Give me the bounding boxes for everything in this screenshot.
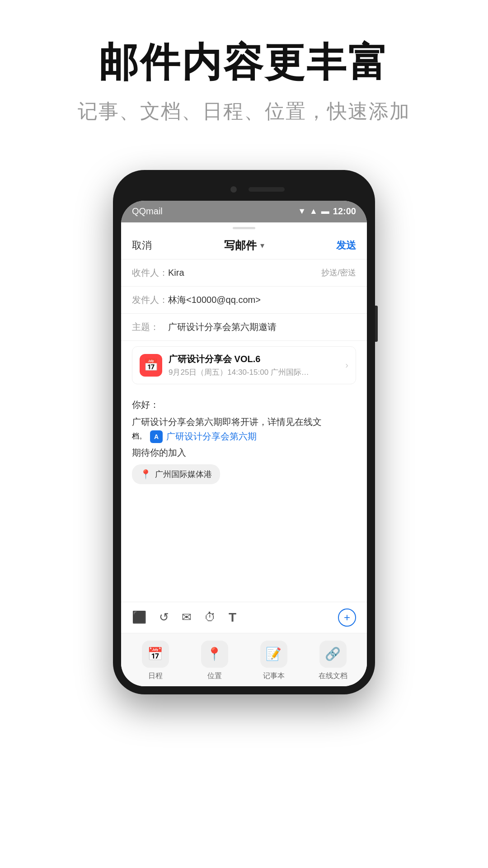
clock-icon[interactable]: ⏱ xyxy=(204,610,216,624)
action-docs-icon: 🔗 xyxy=(319,641,347,668)
action-docs-label: 在线文档 xyxy=(319,671,347,681)
add-button[interactable]: + xyxy=(338,609,356,627)
action-docs[interactable]: 🔗 在线文档 xyxy=(303,641,362,681)
wifi-icon: ▼ xyxy=(298,207,306,216)
from-label: 发件人： xyxy=(132,294,168,306)
email-body[interactable]: 你好： 广研设计分享会第六期即将开讲，详情见在线文 档。 A 广研设计分享会第六… xyxy=(121,390,367,602)
phone-camera xyxy=(230,186,237,193)
doc-icon[interactable]: A xyxy=(150,430,163,443)
drag-pill xyxy=(233,227,255,229)
action-notes-label: 记事本 xyxy=(263,671,285,681)
compose-title-area: 写邮件 ▾ xyxy=(224,238,264,253)
phone-screen: QQmail ▼ ▲ ▬ 12:00 xyxy=(121,201,367,686)
body-closing: 期待你的加入 xyxy=(132,447,356,459)
chevron-down-icon: ▾ xyxy=(260,241,264,250)
calendar-event-title: 广研设计分享会 VOL.6 xyxy=(169,353,345,365)
attachment-icon[interactable]: ↺ xyxy=(159,610,169,624)
battery-icon: ▬ xyxy=(321,207,329,216)
sub-title: 记事、文档、日程、位置，快速添加 xyxy=(0,98,488,125)
email-icon[interactable]: ✉ xyxy=(182,610,192,624)
location-pin-icon: 📍 xyxy=(140,469,151,480)
location-name: 广州国际媒体港 xyxy=(155,469,212,480)
body-text-2: 档。 xyxy=(132,432,146,441)
calendar-symbol: 📅 xyxy=(144,358,158,372)
phone-device: QQmail ▼ ▲ ▬ 12:00 xyxy=(113,170,375,694)
signal-icon: ▲ xyxy=(310,207,318,216)
toolbar-icons: ⬛ ↺ ✉ ⏱ T xyxy=(132,610,236,625)
action-notes-icon: 📝 xyxy=(260,641,287,668)
action-notes[interactable]: 📝 记事本 xyxy=(244,641,303,681)
action-location-label: 位置 xyxy=(207,671,222,681)
phone-speaker xyxy=(249,187,285,192)
action-calendar-icon: 📅 xyxy=(142,641,169,668)
phone-wrapper: QQmail ▼ ▲ ▬ 12:00 xyxy=(0,170,488,694)
body-text: 广研设计分享会第六期即将开讲，详情见在线文 xyxy=(132,414,356,429)
subject-field: 主题： 广研设计分享会第六期邀请 xyxy=(121,314,367,341)
phone-notch xyxy=(121,178,367,201)
action-calendar-label: 日程 xyxy=(148,671,163,681)
compose-header: 取消 写邮件 ▾ 发送 xyxy=(121,232,367,259)
subject-label: 主题： xyxy=(132,321,168,333)
compose-title: 写邮件 xyxy=(224,238,257,253)
to-field: 收件人： Kira 抄送/密送 xyxy=(121,259,367,287)
action-location-icon: 📍 xyxy=(201,641,228,668)
calendar-icon: 📅 xyxy=(140,354,162,377)
calendar-chevron-icon: › xyxy=(345,360,348,370)
plus-icon: + xyxy=(344,611,350,624)
to-label: 收件人： xyxy=(132,267,168,279)
text-format-icon[interactable]: T xyxy=(229,610,236,625)
phone-side-button xyxy=(375,306,378,342)
to-value[interactable]: Kira xyxy=(168,268,321,278)
cc-button[interactable]: 抄送/密送 xyxy=(321,267,356,278)
image-icon[interactable]: ⬛ xyxy=(132,610,146,624)
calendar-info: 广研设计分享会 VOL.6 9月25日（周五）14:30-15:00 广州国际… xyxy=(169,353,345,377)
action-location[interactable]: 📍 位置 xyxy=(185,641,244,681)
send-button[interactable]: 发送 xyxy=(336,239,356,252)
subject-value[interactable]: 广研设计分享会第六期邀请 xyxy=(168,321,356,333)
doc-link[interactable]: 广研设计分享会第六期 xyxy=(166,430,257,443)
compose-toolbar: ⬛ ↺ ✉ ⏱ T + xyxy=(121,602,367,633)
email-container: 取消 写邮件 ▾ 发送 收件人： Kira 抄送/密送 发件人： 林海<10 xyxy=(121,222,367,686)
bottom-action-bar: 📅 日程 📍 位置 📝 记事本 🔗 在线文档 xyxy=(121,633,367,686)
calendar-attachment[interactable]: 📅 广研设计分享会 VOL.6 9月25日（周五）14:30-15:00 广州国… xyxy=(132,346,356,384)
status-bar: QQmail ▼ ▲ ▬ 12:00 xyxy=(121,201,367,222)
status-time: 12:00 xyxy=(333,206,356,217)
calendar-event-time: 9月25日（周五）14:30-15:00 广州国际… xyxy=(169,367,345,377)
cancel-button[interactable]: 取消 xyxy=(132,239,152,252)
from-field: 发件人： 林海<10000@qq.com> xyxy=(121,287,367,314)
body-text-content: 广研设计分享会第六期即将开讲，详情见在线文 xyxy=(132,417,322,427)
status-app-name: QQmail xyxy=(132,206,163,217)
status-icons: ▼ ▲ ▬ 12:00 xyxy=(298,206,356,217)
drag-indicator xyxy=(121,222,367,232)
header-area: 邮件内容更丰富 记事、文档、日程、位置，快速添加 xyxy=(0,0,488,152)
body-greeting: 你好： xyxy=(132,397,356,412)
doc-link-row: 档。 A 广研设计分享会第六期 xyxy=(132,430,356,443)
from-value: 林海<10000@qq.com> xyxy=(168,294,356,306)
action-calendar[interactable]: 📅 日程 xyxy=(126,641,185,681)
main-title: 邮件内容更丰富 xyxy=(0,41,488,85)
location-tag[interactable]: 📍 广州国际媒体港 xyxy=(132,464,220,484)
